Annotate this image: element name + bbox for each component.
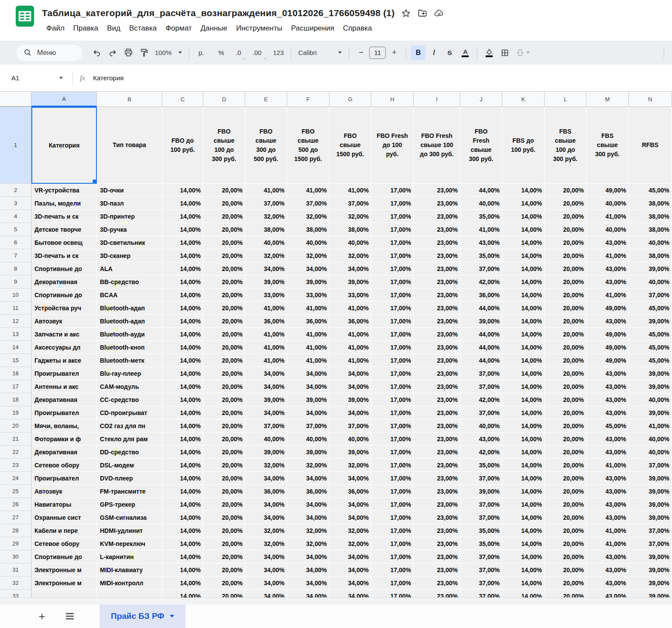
cell-N22[interactable]: 40,00% <box>629 446 672 459</box>
cell-L11[interactable]: 20,00% <box>545 302 586 315</box>
cell-H11[interactable]: 17,00% <box>371 302 414 315</box>
cell-J21[interactable]: 43,00% <box>460 432 502 446</box>
row-header-8[interactable]: 8 <box>0 262 31 275</box>
cell-F22[interactable]: 39,00% <box>287 446 329 459</box>
cell-N13[interactable]: 45,00% <box>629 328 672 341</box>
cell-D17[interactable]: 20,00% <box>203 380 245 393</box>
column-header-L[interactable]: L <box>545 92 586 107</box>
cell-A26[interactable]: Навигаторы <box>31 498 97 511</box>
cell-D5[interactable]: 20,00% <box>203 223 245 236</box>
cell-D18[interactable]: 20,00% <box>203 393 245 406</box>
cell-C5[interactable]: 14,00% <box>162 223 203 236</box>
cell-B4[interactable]: 3D-принтер <box>97 210 162 223</box>
cell-N15[interactable]: 45,00% <box>629 354 672 367</box>
row-header-22[interactable]: 22 <box>0 446 31 459</box>
cell-G29[interactable]: 32,00% <box>329 537 371 550</box>
cell-J9[interactable]: 42,00% <box>460 275 502 288</box>
cell-E2[interactable]: 41,00% <box>245 184 287 197</box>
cell-K3[interactable]: 14,00% <box>502 197 545 210</box>
horizontal-scrollbar[interactable] <box>0 597 672 604</box>
cell-M9[interactable]: 43,00% <box>586 275 629 288</box>
cell-M18[interactable]: 43,00% <box>586 393 629 406</box>
cell-B19[interactable]: CD-проигрыват <box>97 406 162 419</box>
row-header-10[interactable]: 10 <box>0 288 31 302</box>
cell-I23[interactable]: 23,00% <box>414 459 460 472</box>
cell-E24[interactable]: 34,00% <box>245 472 287 485</box>
cell-J22[interactable]: 42,00% <box>460 446 502 459</box>
cell-E21[interactable]: 40,00% <box>245 432 287 446</box>
cell-B29[interactable]: KVM-переключ <box>97 537 162 550</box>
cell-F10[interactable]: 33,00% <box>287 288 329 302</box>
cell-C7[interactable]: 14,00% <box>162 249 203 262</box>
cell-G1[interactable]: FBO свыше 1500 руб. <box>329 107 371 184</box>
cell-F17[interactable]: 34,00% <box>287 380 329 393</box>
cell-F27[interactable]: 34,00% <box>287 511 329 524</box>
cell-A16[interactable]: Проигрывател <box>31 367 97 380</box>
cell-H32[interactable]: 17,00% <box>371 577 414 590</box>
row-header-20[interactable]: 20 <box>0 419 31 432</box>
cell-I24[interactable]: 23,00% <box>414 472 460 485</box>
column-header-F[interactable]: F <box>287 92 329 107</box>
column-header-G[interactable]: G <box>329 92 371 107</box>
cell-D15[interactable]: 20,00% <box>203 354 245 367</box>
cell-M15[interactable]: 49,00% <box>586 354 629 367</box>
cell-D19[interactable]: 20,00% <box>203 406 245 419</box>
cell-G31[interactable]: 34,00% <box>329 563 371 577</box>
cell-F1[interactable]: FBO свыше 500 до 1500 руб. <box>287 107 329 184</box>
cell-L13[interactable]: 20,00% <box>545 328 586 341</box>
cell-L20[interactable]: 20,00% <box>545 419 586 432</box>
cell-H22[interactable]: 17,00% <box>371 446 414 459</box>
cell-K27[interactable]: 14,00% <box>502 511 545 524</box>
merge-cells-button[interactable] <box>513 45 532 60</box>
cell-L12[interactable]: 20,00% <box>545 315 586 328</box>
cell-F6[interactable]: 40,00% <box>287 236 329 249</box>
cell-M27[interactable]: 43,00% <box>586 511 629 524</box>
cell-K11[interactable]: 14,00% <box>502 302 545 315</box>
cell-B31[interactable]: MIDI-клавиату <box>97 563 162 577</box>
cell-J3[interactable]: 40,00% <box>460 197 502 210</box>
font-family-select[interactable]: Calibri <box>295 45 344 60</box>
cell-J32[interactable]: 37,00% <box>460 577 502 590</box>
cell-N21[interactable]: 40,00% <box>629 432 672 446</box>
cell-E27[interactable]: 34,00% <box>245 511 287 524</box>
row-header-13[interactable]: 13 <box>0 328 31 341</box>
cell-J7[interactable]: 35,00% <box>460 249 502 262</box>
percent-format-button[interactable]: % <box>214 45 229 60</box>
cell-K30[interactable]: 14,00% <box>502 550 545 563</box>
cell-M21[interactable]: 43,00% <box>586 432 629 446</box>
cell-A2[interactable]: VR-устройства <box>31 184 97 197</box>
cell-L30[interactable]: 20,00% <box>545 550 586 563</box>
sheets-logo[interactable] <box>15 5 35 27</box>
cell-K23[interactable]: 14,00% <box>502 459 545 472</box>
cell-G7[interactable]: 32,00% <box>329 249 371 262</box>
cell-I13[interactable]: 23,00% <box>414 328 460 341</box>
cell-H21[interactable]: 17,00% <box>371 432 414 446</box>
cell-L23[interactable]: 20,00% <box>545 459 586 472</box>
cell-D33[interactable]: 20,00% <box>203 590 245 597</box>
name-box[interactable]: A1 <box>11 74 63 82</box>
row-header-5[interactable]: 5 <box>0 223 31 236</box>
cell-C1[interactable]: FBO до 100 руб. <box>162 107 203 184</box>
cell-D9[interactable]: 20,00% <box>203 275 245 288</box>
cell-E29[interactable]: 32,00% <box>245 537 287 550</box>
cell-J4[interactable]: 35,00% <box>460 210 502 223</box>
cell-I14[interactable]: 23,00% <box>414 341 460 354</box>
cell-J33[interactable]: 37,00% <box>460 590 502 597</box>
cell-G10[interactable]: 33,00% <box>329 288 371 302</box>
row-header-3[interactable]: 3 <box>0 197 31 210</box>
cell-K24[interactable]: 14,00% <box>502 472 545 485</box>
paint-format-button[interactable] <box>137 45 151 60</box>
menu-item[interactable]: Вид <box>103 23 125 34</box>
cell-J23[interactable]: 35,00% <box>460 459 502 472</box>
cell-M28[interactable]: 41,00% <box>586 524 629 537</box>
cell-L4[interactable]: 20,00% <box>545 210 586 223</box>
bold-button[interactable]: B <box>411 45 425 60</box>
cell-C18[interactable]: 14,00% <box>162 393 203 406</box>
selection-fill-handle[interactable] <box>92 179 97 184</box>
cell-D24[interactable]: 20,00% <box>203 472 245 485</box>
cell-B2[interactable]: 3D-очки <box>97 184 162 197</box>
cell-C28[interactable]: 14,00% <box>162 524 203 537</box>
cell-I17[interactable]: 23,00% <box>414 380 460 393</box>
cell-I28[interactable]: 23,00% <box>414 524 460 537</box>
cell-B11[interactable]: Bluetooth-адап <box>97 302 162 315</box>
